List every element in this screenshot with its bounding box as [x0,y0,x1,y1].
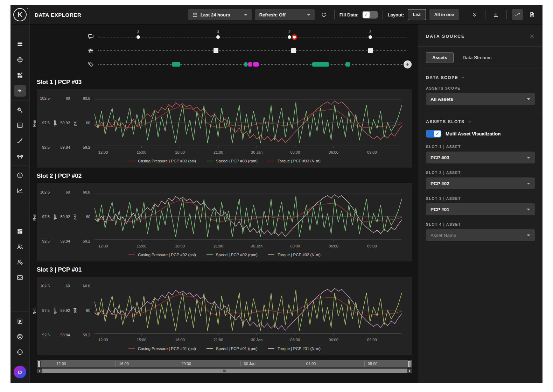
nav-bar-chart-icon[interactable] [14,119,26,131]
add-tag-button[interactable] [404,60,412,68]
torque-line [94,195,402,237]
nav-analytics-icon[interactable] [14,185,26,197]
assets-scope-select[interactable]: All Assets [426,93,535,105]
config-marker[interactable] [214,48,218,53]
layout-all-in-one-button[interactable]: All in one [429,9,459,20]
assets-scope-label: ASSETS SCOPE [426,86,535,90]
y-axis-tick: 59.84 [60,145,70,149]
x-axis-tick: 18:00 [175,244,185,248]
tag-marker[interactable] [312,62,329,66]
nav-route-icon[interactable] [14,135,26,147]
config-marker[interactable] [291,48,296,53]
nav-users-icon[interactable] [14,241,26,253]
y-axis-tick: 60 [86,121,90,125]
legend-item[interactable]: Speed | PCP #02 (rpm) [206,253,258,257]
tag-marker[interactable] [244,62,248,66]
slot-label: SLOT 1 | ASSET [426,145,535,149]
y-axis-tick: 59.92 [60,215,70,219]
comment-marker[interactable] [136,35,140,39]
section-data-scope[interactable]: DATA SCOPE [426,75,535,80]
user-avatar[interactable]: D [14,366,26,378]
globe-icon [16,56,23,63]
x-axis-tick: 30 Jan [251,150,262,154]
chart-plot[interactable] [94,98,402,148]
legend-item[interactable]: Torque | PCP #03 (N·m) [268,159,321,163]
fill-data-toggle[interactable]: ✓ [362,11,378,19]
time-range-slider[interactable]: 12:0016:0020:0030 Jan04:0008:00 [37,360,412,368]
legend-item[interactable]: Torque | PCP #02 (N·m) [268,253,321,257]
download-button[interactable] [490,9,502,20]
data-explorer-app: K DATA EXPLORER Last 24 hours Refresh: O… [10,5,542,383]
trend-view-button[interactable] [512,9,523,20]
horizontal-scrollbar[interactable] [37,369,412,373]
nav-globe-icon[interactable] [14,54,26,66]
refresh-value: Refresh: Off [259,12,304,18]
toggle-knob: ✓ [434,131,441,137]
layout-list-button[interactable]: List [408,9,426,20]
chart-plot[interactable] [94,192,402,242]
comments-icon[interactable] [88,34,94,40]
collapse-all-button[interactable] [469,9,480,20]
slot-2-asset-select[interactable]: PCP #02 [426,177,535,189]
calendar-icon [192,12,198,18]
slider-time-label: 16:00 [115,361,129,366]
comment-marker[interactable] [288,35,291,39]
events-timeline: 3323 [30,24,418,74]
comment-marker[interactable] [369,35,372,39]
nav-notes-icon[interactable] [14,315,26,327]
tab-data-streams[interactable]: Data Streams [463,55,492,60]
x-axis-tick: 03:00 [290,244,300,248]
report-icon [529,12,535,18]
legend-item[interactable]: Speed | PCP #03 (rpm) [206,159,258,163]
tag-marker[interactable] [172,62,180,66]
alert-marker[interactable] [292,34,297,40]
config-marker[interactable] [368,48,373,53]
refresh-now-button[interactable] [318,9,329,20]
legend-item[interactable]: Torque | PCP #01 (N·m) [268,346,321,351]
tab-assets[interactable]: Assets [426,52,454,63]
refresh-dropdown[interactable]: Refresh: Off [255,9,315,20]
nav-apps-icon[interactable] [14,69,26,81]
scrollbar-thumb[interactable] [42,369,407,373]
app-logo[interactable]: K [10,5,30,24]
report-button[interactable] [526,9,538,20]
nav-network-icon[interactable] [14,346,26,358]
legend-item[interactable]: Casing Pressure | PCP #03 (psi) [128,159,196,163]
scroll-right-arrow[interactable] [407,369,412,373]
legend-item[interactable]: Casing Pressure | PCP #02 (psi) [128,253,196,257]
marker-count: 3 [137,30,139,34]
chart-plot[interactable] [94,286,402,336]
slider-handle-right[interactable] [408,360,411,367]
sliders-icon[interactable] [88,47,94,54]
nav-barrier-icon[interactable] [14,150,26,162]
nav-support-icon[interactable] [14,331,26,343]
torque-line [94,288,402,330]
scroll-left-arrow[interactable] [37,369,42,373]
slot-4-asset-select[interactable]: Asset Name [426,229,535,241]
nav-gear-flow-icon[interactable] [14,104,26,116]
x-axis-tick: 30 Jan [251,338,262,342]
nav-dashboard-icon[interactable] [14,225,26,237]
tag-marker[interactable] [345,62,350,66]
multi-asset-toggle[interactable]: ✓ [426,130,441,138]
comment-marker[interactable] [216,35,220,39]
slot-1-asset-select[interactable]: PCP #03 [426,152,535,163]
legend-item[interactable]: Speed | PCP #01 (rpm) [206,346,258,351]
nav-control-icon[interactable] [14,169,26,181]
slider-handle-left[interactable] [37,360,41,367]
nav-pulse-icon[interactable] [14,85,26,97]
tag-icon[interactable] [88,61,94,68]
section-assets-slots[interactable]: ASSETS SLOTS [426,119,535,124]
slot-3-asset-select[interactable]: PCP #01 [426,203,535,215]
legend-item[interactable]: Casing Pressure | PCP #01 (psi) [128,346,196,351]
nav-wells-icon[interactable] [14,38,26,50]
tag-marker[interactable] [248,62,252,66]
close-icon[interactable] [529,34,535,39]
x-axis-tick: 21:00 [214,338,223,342]
tag-marker[interactable] [253,62,259,66]
nav-user-settings-icon[interactable] [14,256,26,268]
time-range-dropdown[interactable]: Last 24 hours [188,9,252,20]
network-icon [16,349,23,356]
pulse-icon [16,87,23,94]
nav-code-icon[interactable] [14,272,26,284]
